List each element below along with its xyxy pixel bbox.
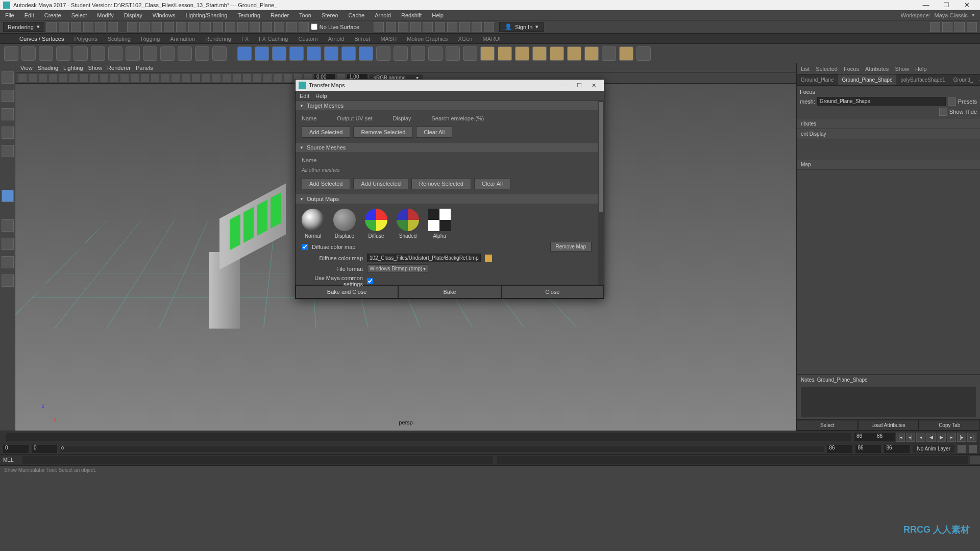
shelf-surface-icon[interactable]	[341, 46, 356, 61]
go-start-icon[interactable]: |◂	[896, 433, 905, 442]
shelf-tab-rendering[interactable]: Rendering	[200, 34, 236, 43]
snap-point-icon[interactable]	[152, 22, 162, 32]
vp-icon[interactable]	[233, 74, 241, 82]
vp-icon[interactable]	[141, 74, 149, 82]
toolbar-icon[interactable]	[225, 22, 235, 32]
ae-focus-button[interactable]: Focus	[800, 89, 819, 95]
menu-modify[interactable]: Modify	[92, 10, 118, 20]
shelf-tab-fx[interactable]: FX	[236, 34, 254, 43]
shelf-curve-icon[interactable]	[108, 46, 122, 61]
panel-layout-icon[interactable]	[967, 22, 977, 32]
map-alpha[interactable]: Alpha	[428, 209, 451, 239]
snap-plane-icon[interactable]	[164, 22, 174, 32]
menu-select[interactable]: Select	[66, 10, 92, 20]
ae-menu-selected[interactable]: Selected	[816, 66, 838, 72]
shelf-cone-icon[interactable]	[289, 46, 304, 61]
vp-icon[interactable]	[161, 74, 169, 82]
shelf-curve-icon[interactable]	[39, 46, 53, 61]
toolbar-icon[interactable]	[423, 22, 433, 32]
target-add-selected-button[interactable]: Add Selected	[302, 127, 350, 138]
shelf-surface-icon[interactable]	[394, 46, 408, 61]
ae-tab[interactable]: polySurfaceShape1	[896, 74, 949, 85]
shelf-tab-custom[interactable]: Custom	[293, 34, 323, 43]
vp-icon[interactable]	[90, 74, 98, 82]
ae-tab[interactable]: Ground_Plane	[797, 74, 838, 85]
range-end-input2[interactable]: 86	[884, 445, 910, 453]
vp-menu-renderer[interactable]: Renderer	[107, 65, 131, 71]
shelf-ar-icon[interactable]	[636, 46, 651, 61]
vp-icon[interactable]	[131, 74, 139, 82]
map-shaded[interactable]: Shaded	[397, 209, 419, 239]
ae-menu-show[interactable]: Show	[895, 66, 909, 72]
range-end-input[interactable]: 86	[855, 445, 881, 453]
shelf-tab-curves[interactable]: Curves / Surfaces	[14, 34, 69, 43]
vp-icon[interactable]	[110, 74, 118, 82]
shelf-surface-icon[interactable]	[446, 46, 460, 61]
save-scene-icon[interactable]	[83, 22, 93, 32]
layout-icon[interactable]	[2, 274, 14, 287]
toolbar-icon[interactable]	[46, 22, 57, 32]
shelf-surface-icon[interactable]	[619, 46, 633, 61]
layout-four-icon[interactable]	[2, 238, 14, 250]
map-diffuse[interactable]: Diffuse	[365, 209, 387, 239]
section-target-meshes[interactable]: ▼ Target Meshes	[296, 101, 604, 110]
prefs-icon[interactable]	[969, 445, 977, 453]
panel-layout-icon[interactable]	[942, 22, 952, 32]
vp-icon[interactable]	[212, 74, 220, 82]
ae-load-attributes-button[interactable]: Load Attributes	[858, 420, 919, 431]
ae-menu-list[interactable]: List	[801, 66, 810, 72]
shelf-torus-icon[interactable]	[324, 46, 338, 61]
shelf-surface-icon[interactable]	[428, 46, 443, 61]
snap-live-icon[interactable]	[176, 22, 186, 32]
ae-notes-textarea[interactable]	[801, 387, 976, 417]
vp-icon[interactable]	[151, 74, 159, 82]
target-clear-all-button[interactable]: Clear All	[416, 127, 452, 138]
shelf-curve-icon[interactable]	[160, 46, 175, 61]
window-maximize[interactable]: ☐	[936, 0, 957, 10]
dialog-close[interactable]: ✕	[586, 80, 601, 90]
render-settings-icon[interactable]	[398, 22, 408, 32]
shelf-tab-motion[interactable]: Motion Graphics	[402, 34, 453, 43]
scale-tool-icon[interactable]	[2, 145, 14, 157]
ae-presets-button[interactable]: Presets	[958, 98, 977, 105]
autokey-icon[interactable]	[958, 445, 966, 453]
layout-single-icon[interactable]	[2, 219, 14, 232]
playback-pause-icon[interactable]	[472, 22, 482, 32]
step-back-icon[interactable]: ◂	[916, 433, 925, 442]
vp-icon[interactable]	[274, 74, 282, 82]
vp-icon[interactable]	[263, 74, 272, 82]
shelf-curve-icon[interactable]	[91, 46, 105, 61]
toolbar-icon[interactable]	[299, 22, 309, 32]
toolbar-icon[interactable]	[213, 22, 223, 32]
mesh-name-input[interactable]	[817, 97, 946, 106]
menu-render[interactable]: Render	[265, 10, 294, 20]
vp-icon[interactable]	[223, 74, 231, 82]
go-end-icon[interactable]: ▸|	[967, 433, 976, 442]
current-frame-input[interactable]: 86	[854, 433, 875, 441]
vp-icon[interactable]	[59, 74, 67, 82]
ae-presets-icon[interactable]	[948, 97, 956, 106]
shelf-surface-icon[interactable]	[515, 46, 529, 61]
shelf-square-icon[interactable]	[21, 46, 36, 61]
ipr-render-icon[interactable]	[386, 22, 396, 32]
menu-redshift[interactable]: Redshift	[396, 10, 427, 20]
shelf-curve-icon[interactable]	[143, 46, 157, 61]
range-inner-start-input[interactable]: 0	[32, 445, 57, 453]
play-forward-icon[interactable]: ▶	[937, 433, 946, 442]
shelf-curve-icon[interactable]	[195, 46, 209, 61]
shelf-plane-icon[interactable]	[307, 46, 321, 61]
select-tool-icon[interactable]	[2, 71, 14, 84]
dialog-menu-edit[interactable]: Edit	[300, 93, 309, 99]
dialog-menu-help[interactable]: Help	[315, 93, 327, 99]
menu-help[interactable]: Help	[427, 10, 449, 20]
section-output-maps[interactable]: ▼ Output Maps	[296, 194, 604, 204]
shelf-surface-icon[interactable]	[411, 46, 425, 61]
menu-create[interactable]: Create	[39, 10, 66, 20]
vp-icon[interactable]	[49, 74, 57, 82]
folder-browse-icon[interactable]	[485, 255, 492, 262]
menu-edit[interactable]: Edit	[19, 10, 39, 20]
script-lang-dropdown[interactable]: MEL	[0, 457, 20, 463]
shelf-curve-icon[interactable]	[212, 46, 227, 61]
dialog-titlebar[interactable]: Transfer Maps — ☐ ✕	[296, 80, 604, 91]
file-format-dropdown[interactable]: Windows Bitmap (bmp) ▾	[367, 264, 428, 273]
